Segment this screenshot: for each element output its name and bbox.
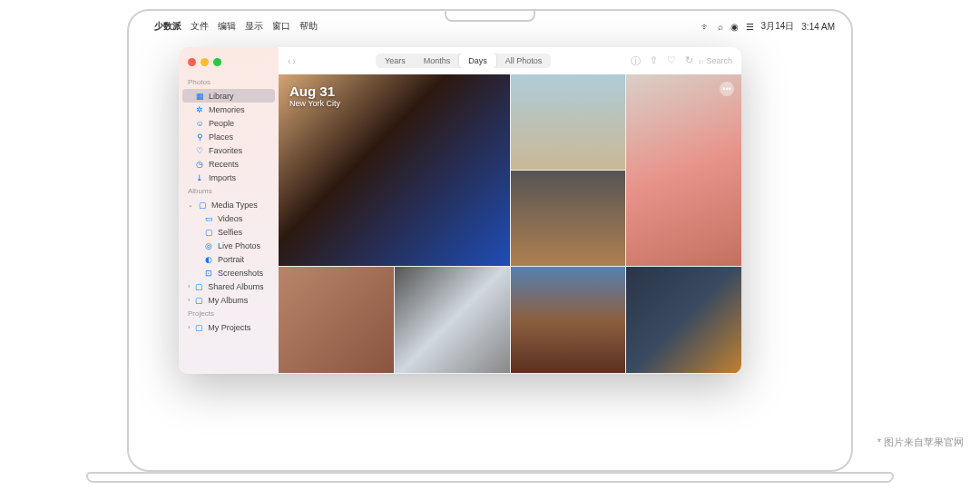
date-overlay: Aug 31 New York City xyxy=(289,83,340,108)
search-icon: ⌕ xyxy=(699,56,703,65)
chevron-down-icon: ⌄ xyxy=(188,201,193,209)
info-icon[interactable]: ⓘ xyxy=(631,54,641,68)
menubar-date[interactable]: 3月14日 xyxy=(761,20,795,33)
places-icon: ⚲ xyxy=(195,132,204,142)
library-icon: ▦ xyxy=(195,92,204,101)
sidebar-item-selfies[interactable]: ▢Selfies xyxy=(179,225,279,239)
sidebar-item-library[interactable]: ▦Library xyxy=(182,89,275,103)
tab-days[interactable]: Days xyxy=(459,54,496,68)
minimize-button[interactable] xyxy=(201,58,209,66)
photo-tile[interactable] xyxy=(395,267,510,373)
sidebar-item-portrait[interactable]: ◐Portrait xyxy=(179,252,279,266)
forward-button[interactable]: › xyxy=(292,56,295,66)
sidebar-item-live-photos[interactable]: ◎Live Photos xyxy=(179,239,279,252)
toolbar: ‹ › Years Months Days All Photos ⓘ ⇧ ♡ ↻ xyxy=(279,47,741,74)
more-badge[interactable]: ••• xyxy=(720,82,734,96)
folder-icon: ▢ xyxy=(194,296,203,305)
macos-menubar: 少数派 文件 编辑 显示 窗口 帮助 ᯤ ⌕ ◉ ☰ 3月14日 3:14 AM xyxy=(145,18,835,34)
photo-tile[interactable] xyxy=(511,267,626,373)
memories-icon: ✲ xyxy=(195,105,204,114)
app-name[interactable]: 少数派 xyxy=(154,20,181,33)
sidebar-item-memories[interactable]: ✲Memories xyxy=(179,103,279,116)
folder-icon: ▢ xyxy=(198,201,207,210)
section-header-projects: Projects xyxy=(179,307,279,320)
share-icon[interactable]: ⇧ xyxy=(650,54,658,68)
live-icon: ◎ xyxy=(204,241,213,250)
sidebar-item-places[interactable]: ⚲Places xyxy=(179,130,279,143)
nav-arrows: ‹ › xyxy=(288,56,296,66)
menu-edit[interactable]: 编辑 xyxy=(218,20,236,33)
window-controls xyxy=(179,54,279,75)
back-button[interactable]: ‹ xyxy=(288,56,290,66)
screenshot-icon: ⊡ xyxy=(204,269,213,278)
sidebar-item-videos[interactable]: ▭Videos xyxy=(179,211,279,225)
sidebar-item-shared-albums[interactable]: ›▢Shared Albums xyxy=(179,279,279,293)
section-header-photos: Photos xyxy=(179,75,279,89)
close-button[interactable] xyxy=(188,58,196,66)
sidebar-item-people[interactable]: ☺People xyxy=(179,116,279,130)
sidebar-item-my-projects[interactable]: ›▢My Projects xyxy=(179,320,279,334)
chevron-right-icon: › xyxy=(188,297,190,303)
rotate-icon[interactable]: ↻ xyxy=(685,54,693,68)
section-header-albums: Albums xyxy=(179,184,279,198)
chevron-right-icon: › xyxy=(188,283,190,289)
tab-months[interactable]: Months xyxy=(415,54,460,68)
imports-icon: ⤓ xyxy=(195,173,204,182)
sidebar-item-recents[interactable]: ◷Recents xyxy=(179,157,279,171)
sidebar: Photos ▦Library ✲Memories ☺People ⚲Place… xyxy=(179,47,279,374)
zoom-button[interactable] xyxy=(213,58,221,66)
image-caption: * 图片来自苹果官网 xyxy=(877,436,964,449)
favorites-icon: ♡ xyxy=(195,146,204,155)
favorite-icon[interactable]: ♡ xyxy=(667,54,676,68)
photo-tile[interactable] xyxy=(626,267,741,373)
wifi-icon[interactable]: ᯤ xyxy=(701,22,710,32)
video-icon: ▭ xyxy=(204,214,213,223)
photo-tile-column xyxy=(511,74,626,266)
photo-tile[interactable] xyxy=(511,74,626,170)
tab-years[interactable]: Years xyxy=(376,54,415,68)
photo-grid: Aug 31 New York City ••• xyxy=(279,74,741,374)
photo-tile[interactable] xyxy=(511,171,626,266)
view-segmented-control: Years Months Days All Photos xyxy=(376,54,551,68)
portrait-icon: ◐ xyxy=(204,255,213,264)
photos-app-window: Photos ▦Library ✲Memories ☺People ⚲Place… xyxy=(179,47,741,374)
folder-icon: ▢ xyxy=(194,282,203,291)
selfie-icon: ▢ xyxy=(204,228,213,237)
menu-file[interactable]: 文件 xyxy=(191,20,209,33)
photo-tile-hero[interactable]: Aug 31 New York City xyxy=(279,74,510,266)
control-center-icon[interactable]: ☰ xyxy=(746,22,754,32)
folder-icon: ▢ xyxy=(194,323,203,332)
user-icon[interactable]: ◉ xyxy=(730,22,739,32)
chevron-right-icon: › xyxy=(188,324,190,330)
menu-window[interactable]: 窗口 xyxy=(272,20,290,33)
spotlight-icon[interactable]: ⌕ xyxy=(718,22,723,32)
people-icon: ☺ xyxy=(195,119,204,128)
sidebar-item-favorites[interactable]: ♡Favorites xyxy=(179,143,279,157)
tab-all-photos[interactable]: All Photos xyxy=(496,54,552,68)
laptop-base xyxy=(86,472,894,483)
sidebar-item-imports[interactable]: ⤓Imports xyxy=(179,171,279,184)
sidebar-item-media-types[interactable]: ⌄▢Media Types xyxy=(179,198,279,211)
recents-icon: ◷ xyxy=(195,160,204,169)
menu-view[interactable]: 显示 xyxy=(245,20,263,33)
menu-help[interactable]: 帮助 xyxy=(299,20,318,33)
photo-tile[interactable] xyxy=(279,267,394,373)
search-field[interactable]: ⌕Search xyxy=(699,56,732,65)
main-content: ‹ › Years Months Days All Photos ⓘ ⇧ ♡ ↻ xyxy=(279,47,741,374)
sidebar-item-my-albums[interactable]: ›▢My Albums xyxy=(179,293,279,307)
photo-tile[interactable]: ••• xyxy=(626,74,741,266)
laptop-frame: 少数派 文件 编辑 显示 窗口 帮助 ᯤ ⌕ ◉ ☰ 3月14日 3:14 AM… xyxy=(127,9,853,472)
menubar-time[interactable]: 3:14 AM xyxy=(801,22,835,32)
sidebar-item-screenshots[interactable]: ⊡Screenshots xyxy=(179,266,279,279)
